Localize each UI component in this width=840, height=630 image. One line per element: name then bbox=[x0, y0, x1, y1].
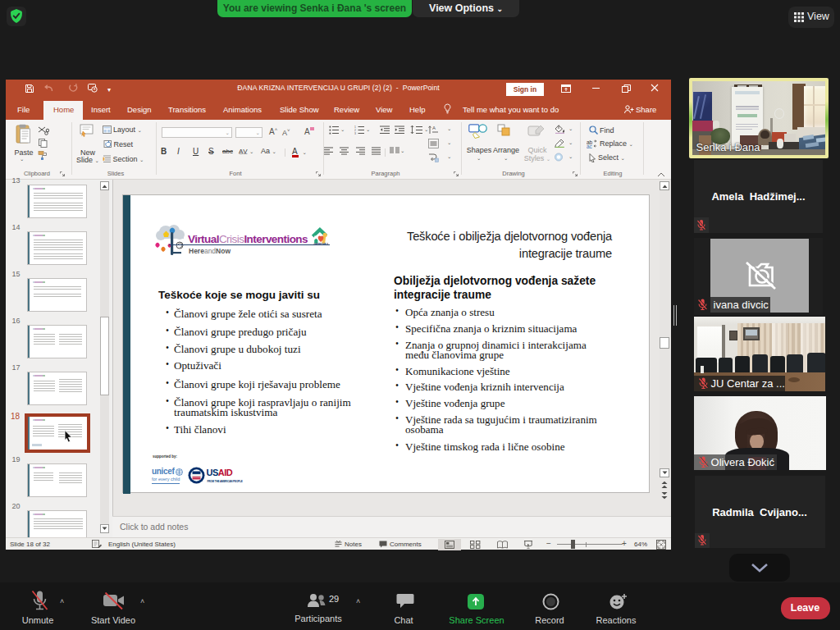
svg-text:ac: ac bbox=[587, 144, 593, 148]
svg-text:#HERE2HELP: #HERE2HELP bbox=[313, 242, 328, 245]
svg-text:3: 3 bbox=[354, 132, 356, 135]
svg-text:A: A bbox=[432, 126, 436, 130]
